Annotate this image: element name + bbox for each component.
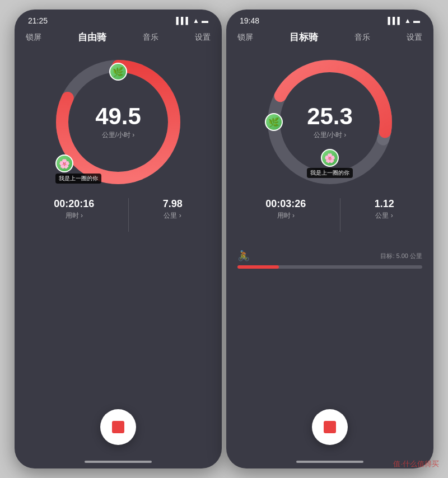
right-wifi-icon: ▲ [404,17,411,25]
right-stat-divider [340,198,340,232]
left-title: 自由骑 [78,31,106,44]
left-duration-value: 00:20:16 [54,198,94,210]
left-stop-button[interactable] [100,409,136,445]
battery-icon: ▬ [202,17,208,25]
right-stop-button[interactable] [312,409,348,445]
left-ring-center: 49.5 公里/小时 › [95,105,141,140]
right-nav-bar: 锁屏 目标骑 音乐 设置 [226,29,433,49]
left-stop-btn-container [15,392,222,456]
signal-icon: ▌▌▌ [176,17,191,25]
goal-bar-section: 🚴 目标: 5.00 公里 [226,243,433,269]
left-music-btn[interactable]: 音乐 [143,32,158,43]
left-home-indicator [85,461,152,463]
left-user-tooltip: 我是上一圈的你 [55,174,101,184]
goal-bar-fill [237,265,279,269]
left-duration-stat: 00:20:16 用时 › [54,198,94,232]
right-lock-btn[interactable]: 锁屏 [237,32,253,43]
left-distance-value: 7.98 [163,198,183,210]
right-duration-stat: 00:03:26 用时 › [265,198,306,232]
right-avatar-img: 🌿 [265,113,283,131]
left-avatar-img: 🌿 [109,63,127,81]
right-distance-value: 1.12 [375,198,394,210]
right-avatar-self: 🌸 [321,149,339,167]
left-stats-row: 00:20:16 用时 › 7.98 公里 › [15,189,222,232]
goal-bar-header: 🚴 目标: 5.00 公里 [237,250,422,262]
right-distance-label: 公里 › [375,211,394,221]
right-settings-btn[interactable]: 设置 [407,32,422,43]
right-main-content: 🌿 🌸 我是上一圈的你 25.3 公里/小时 › 00:03:26 用时 › [226,49,433,392]
left-time: 21:25 [28,16,48,25]
right-title: 目标骑 [290,31,318,44]
left-distance-stat: 7.98 公里 › [163,198,183,232]
left-phone: 21:25 ▌▌▌ ▲ ▬ 锁屏 自由骑 音乐 设置 [15,10,222,468]
left-speed: 49.5 [95,105,141,128]
right-ring-center: 25.3 公里/小时 › [307,105,353,140]
left-user-indicator: 🌸 我是上一圈的你 [55,154,101,184]
right-ring-container: 🌿 🌸 我是上一圈的你 25.3 公里/小时 › [263,55,397,189]
right-stop-icon [324,421,336,433]
left-distance-label: 公里 › [163,211,183,221]
left-status-icons: ▌▌▌ ▲ ▬ [176,17,208,25]
left-stop-icon [112,421,124,433]
right-stats-row: 00:03:26 用时 › 1.12 公里 › [226,189,433,232]
right-distance-stat: 1.12 公里 › [375,198,394,232]
right-battery-icon: ▬ [413,17,420,25]
wifi-icon: ▲ [193,17,199,25]
goal-bar-track [237,265,422,269]
watermark: 值·什么值得买 [393,459,439,469]
left-nav-bar: 锁屏 自由骑 音乐 设置 [15,29,222,49]
bike-icon: 🚴 [237,250,250,262]
right-time: 19:48 [240,16,259,25]
left-status-bar: 21:25 ▌▌▌ ▲ ▬ [15,10,222,29]
right-signal-icon: ▌▌▌ [388,17,403,25]
right-duration-label: 用时 › [265,211,306,221]
left-stat-divider [128,198,129,232]
right-speed-unit: 公里/小时 › [307,130,353,140]
right-user-indicator: 🌸 我是上一圈的你 [307,149,353,178]
left-duration-label: 用时 › [54,211,94,221]
left-settings-btn[interactable]: 设置 [195,32,211,43]
left-ring-container: 🌿 🌸 我是上一圈的你 49.5 公里/小时 › [51,55,185,189]
left-main-content: 🌿 🌸 我是上一圈的你 49.5 公里/小时 › 00:20:16 用时 › [15,49,222,392]
right-user-tooltip: 我是上一圈的你 [307,168,353,178]
right-status-bar: 19:48 ▌▌▌ ▲ ▬ [226,10,433,29]
right-stop-btn-container [226,392,433,456]
right-home-indicator [296,461,363,463]
right-avatar-left: 🌿 [265,113,283,131]
right-music-btn[interactable]: 音乐 [354,32,370,43]
goal-label: 目标: 5.00 公里 [380,252,422,260]
right-status-icons: ▌▌▌ ▲ ▬ [388,17,420,25]
right-duration-value: 00:03:26 [265,198,306,210]
left-avatar-self: 🌸 [55,154,73,172]
right-speed: 25.3 [307,105,353,128]
right-phone: 19:48 ▌▌▌ ▲ ▬ 锁屏 目标骑 音乐 设置 [226,10,433,468]
left-lock-btn[interactable]: 锁屏 [26,32,41,43]
left-speed-unit: 公里/小时 › [95,130,141,140]
left-avatar-top: 🌿 [109,63,127,81]
